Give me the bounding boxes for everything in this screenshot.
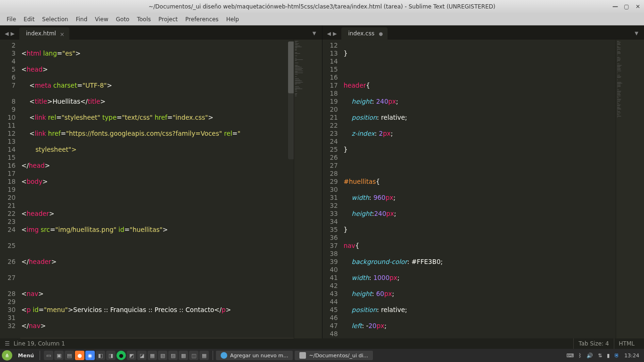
network-icon[interactable]: ⇅	[598, 353, 602, 359]
menu-project[interactable]: Project	[156, 15, 181, 24]
window-titlebar: ~/Documentos/_ui diseño web/maquetaciónw…	[0, 0, 644, 13]
shield-icon[interactable]: ⛨	[614, 353, 619, 359]
calculator-icon[interactable]: ▦	[199, 351, 209, 360]
gutter-right: 1213141516171819202122232425262728293031…	[322, 40, 343, 338]
menu-tools[interactable]: Tools	[134, 15, 154, 24]
battery-icon[interactable]: ▮	[607, 353, 610, 359]
editor-right[interactable]: 1213141516171819202122232425262728293031…	[322, 40, 644, 338]
app-icon[interactable]: ◫	[189, 351, 198, 360]
menubar: File Edit Selection Find View Goto Tools…	[0, 13, 644, 25]
system-tray: ⌨ ᛒ 🔊 ⇅ ▮ ⛨ 13:24	[561, 353, 644, 359]
tabbar-left: ◀▶ index.html× ▼	[0, 25, 322, 40]
app-icon[interactable]: ◩	[127, 351, 136, 360]
tab-close-icon[interactable]: ×	[60, 31, 65, 38]
tab-index-html[interactable]: index.html×	[19, 27, 69, 40]
hamburger-icon[interactable]: ☰	[5, 340, 10, 347]
taskbar-task-browser[interactable]: Agregar un nuevo m...	[216, 351, 293, 360]
editor-left[interactable]: 234567 89101112131415161718192021222324 …	[0, 40, 322, 338]
menu-preferences[interactable]: Preferences	[182, 15, 222, 24]
taskbar-task-sublime[interactable]: ~/Documentos/_ui di...	[295, 351, 373, 360]
app-icon[interactable]: ▨	[168, 351, 178, 360]
nav-back-icon[interactable]: ◀	[327, 31, 331, 37]
app-icon[interactable]: ◪	[137, 351, 147, 360]
tabs-dropdown-icon[interactable]: ▼	[310, 27, 319, 40]
globe-icon	[221, 352, 227, 359]
pane-left: ◀▶ index.html× ▼ 234567 8910111213141516…	[0, 25, 322, 338]
mint-menu-icon[interactable]: ⋔	[2, 350, 12, 361]
tabs-dropdown-icon[interactable]: ▼	[632, 27, 641, 40]
app-icon[interactable]: ◨	[106, 351, 116, 360]
firefox-icon[interactable]: ●	[75, 351, 84, 360]
maximize-icon[interactable]: ▢	[623, 3, 630, 10]
workarea: ◀▶ index.html× ▼ 234567 8910111213141516…	[0, 25, 644, 338]
show-desktop-icon[interactable]: ▭	[44, 351, 53, 360]
spotify-icon[interactable]: ●	[116, 351, 126, 360]
chrome-icon[interactable]: ◉	[85, 351, 95, 360]
keyboard-icon[interactable]: ⌨	[566, 353, 574, 359]
clock[interactable]: 13:24	[624, 353, 639, 359]
os-taskbar: ⋔ Menú ▭ ▣ ▤ ● ◉ ◧ ◨ ● ◩ ◪ ▦ ▧ ▨ ▩ ◫ ▦ A…	[0, 349, 644, 362]
tab-index-css[interactable]: index.css●	[341, 27, 388, 40]
statusbar: ☰ Line 19, Column 1 Tab Size: 4 HTML	[0, 338, 644, 349]
app-icon[interactable]: ◧	[96, 351, 105, 360]
gutter-left: 234567 89101112131415161718192021222324 …	[0, 40, 20, 338]
close-icon[interactable]: ✕	[635, 3, 641, 10]
code-left[interactable]: <html lang="es"> <head> <meta charset="U…	[20, 40, 293, 338]
mint-menu-label[interactable]: Menú	[14, 353, 38, 359]
minimize-icon[interactable]: —	[612, 3, 619, 10]
status-tab-size[interactable]: Tab Size: 4	[573, 338, 613, 349]
quick-launch: ▭ ▣ ▤ ● ◉ ◧ ◨ ● ◩ ◪ ▦ ▧ ▨ ▩ ◫ ▦	[42, 351, 211, 360]
nav-back-icon[interactable]: ◀	[5, 31, 8, 37]
app-icon[interactable]: ▧	[158, 351, 167, 360]
bluetooth-icon[interactable]: ᛒ	[578, 353, 582, 359]
status-cursor-pos: Line 19, Column 1	[14, 340, 65, 347]
volume-icon[interactable]: 🔊	[586, 353, 593, 359]
code-right[interactable]: } header{ height: 240px; position: relat…	[343, 40, 616, 338]
terminal-icon[interactable]: ▣	[54, 351, 64, 360]
tabbar-right: ◀▶ index.css● ▼	[322, 25, 644, 40]
menu-goto[interactable]: Goto	[113, 15, 132, 24]
minimap-right[interactable]: ▬▬▬▬▬▬▬▬▬▬▬▬▬▬▬▬▬▬▬▬▬▬▬▬▬▬▬▬▬▬▬▬▬▬▬▬▬▬▬▬…	[616, 40, 644, 338]
nav-fwd-icon[interactable]: ▶	[10, 31, 14, 37]
pane-right: ◀▶ index.css● ▼ 121314151617181920212223…	[322, 25, 644, 338]
sublime-icon	[299, 352, 306, 359]
menu-edit[interactable]: Edit	[21, 15, 37, 24]
menu-find[interactable]: Find	[73, 15, 91, 24]
menu-selection[interactable]: Selection	[39, 15, 71, 24]
menu-help[interactable]: Help	[223, 15, 242, 24]
nav-fwd-icon[interactable]: ▶	[333, 31, 337, 37]
app-icon[interactable]: ▩	[179, 351, 188, 360]
menu-file[interactable]: File	[4, 15, 19, 24]
status-syntax[interactable]: HTML	[614, 338, 639, 349]
tab-dirty-icon: ●	[379, 31, 383, 36]
window-title: ~/Documentos/_ui diseño web/maquetaciónw…	[149, 3, 495, 10]
files-icon[interactable]: ▤	[65, 351, 74, 360]
menu-view[interactable]: View	[92, 15, 111, 24]
app-icon[interactable]: ▦	[148, 351, 157, 360]
minimap-left[interactable]: ▬▬▬▬▬▬▬▬▬▬▬▬▬▬▬▬▬▬▬▬▬▬▬▬▬▬▬▬▬▬▬▬▬▬▬▬▬▬▬▬…	[294, 40, 322, 338]
